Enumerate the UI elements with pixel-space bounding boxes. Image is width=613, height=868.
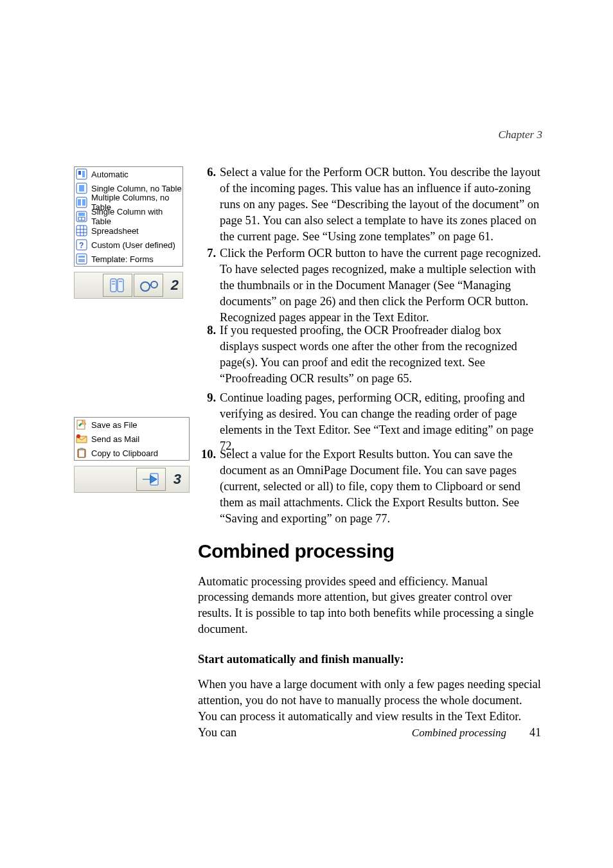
- step-number: 2: [171, 277, 179, 294]
- export-toolbar: 3: [74, 466, 190, 493]
- svg-point-28: [151, 281, 157, 288]
- step-number: 7.: [198, 245, 220, 326]
- step-number: 3: [173, 471, 181, 488]
- svg-rect-1: [78, 171, 81, 175]
- spreadsheet-icon: [76, 225, 87, 236]
- page: Chapter 3 Automatic Single Column, no Ta…: [0, 0, 613, 868]
- automatic-icon: [76, 168, 87, 180]
- step-8: 8. If you requested proofing, the OCR Pr…: [198, 323, 541, 387]
- step-10: 10. Select a value for the Export Result…: [198, 447, 541, 527]
- menu-label: Single Column, no Table: [91, 184, 182, 193]
- menu-item-single-col-table[interactable]: Single Column with Table: [75, 209, 182, 224]
- section-subheading: Start automatically and finish manually:: [198, 651, 541, 668]
- menu-item-custom[interactable]: ? Custom (User defined): [75, 238, 182, 252]
- menu-label: Automatic: [91, 170, 129, 179]
- menu-item-copy-clipboard[interactable]: Copy to Clipboard: [75, 446, 189, 460]
- step-9: 9. Continue loading pages, performing OC…: [198, 390, 541, 454]
- export-menu: Save as File Send as Mail Copy to Clipbo…: [74, 417, 190, 461]
- layout-button[interactable]: [103, 274, 132, 297]
- send-mail-icon: [76, 433, 87, 445]
- export-menu-figure: Save as File Send as Mail Copy to Clipbo…: [74, 417, 190, 493]
- ocr-button[interactable]: [134, 274, 163, 297]
- svg-rect-4: [79, 185, 84, 191]
- section-heading: Combined processing: [198, 538, 541, 565]
- export-button[interactable]: [136, 468, 166, 491]
- step-text: Select a value for the Perform OCR butto…: [220, 164, 541, 245]
- step-7: 7. Click the Perform OCR button to have …: [198, 245, 541, 326]
- save-file-icon: [76, 419, 87, 430]
- svg-rect-2: [82, 171, 85, 177]
- svg-rect-22: [111, 279, 116, 292]
- layout-multi-icon: [109, 277, 126, 294]
- svg-rect-12: [76, 226, 87, 236]
- layout-toolbar: 2: [74, 272, 183, 299]
- export-arrow-icon: [141, 471, 161, 488]
- single-column-table-icon: [76, 211, 87, 222]
- step-text: Click the Perform OCR button to have the…: [220, 245, 541, 326]
- menu-item-send-mail[interactable]: Send as Mail: [75, 432, 189, 446]
- menu-item-automatic[interactable]: Automatic: [75, 167, 182, 181]
- svg-rect-34: [80, 448, 84, 450]
- menu-label: Single Column with Table: [91, 207, 182, 226]
- svg-rect-21: [78, 259, 85, 262]
- template-icon: [76, 253, 87, 265]
- svg-rect-6: [78, 199, 81, 206]
- svg-text:?: ?: [79, 241, 84, 250]
- clipboard-icon: [76, 447, 87, 459]
- menu-label: Send as Mail: [91, 434, 139, 444]
- step-text: If you requested proofing, the OCR Proof…: [220, 323, 541, 387]
- svg-rect-23: [118, 279, 123, 292]
- step-number: 8.: [198, 323, 220, 387]
- single-column-icon: [76, 182, 87, 194]
- menu-label: Spreadsheet: [91, 226, 139, 236]
- menu-item-save-file[interactable]: Save as File: [75, 418, 189, 432]
- chapter-header: Chapter 3: [499, 128, 542, 141]
- menu-label: Custom (User defined): [91, 240, 175, 250]
- step-number: 9.: [198, 390, 220, 454]
- svg-rect-20: [78, 256, 85, 258]
- step-number: 6.: [198, 164, 220, 245]
- layout-menu: Automatic Single Column, no Table Multip…: [74, 166, 183, 267]
- svg-rect-0: [76, 169, 87, 179]
- footer-title: Combined processing: [412, 727, 506, 740]
- svg-rect-7: [82, 199, 85, 206]
- menu-label: Template: Forms: [91, 254, 154, 264]
- menu-label: Copy to Clipboard: [91, 448, 158, 458]
- glasses-icon: [139, 277, 158, 294]
- svg-rect-9: [78, 213, 85, 216]
- menu-label: Save as File: [91, 420, 138, 430]
- menu-item-template[interactable]: Template: Forms: [75, 252, 182, 266]
- svg-rect-33: [79, 450, 84, 457]
- svg-point-31: [76, 434, 80, 438]
- footer-page-number: 41: [529, 726, 541, 740]
- page-footer: Combined processing 41: [412, 726, 541, 740]
- custom-icon: ?: [76, 239, 87, 251]
- step-text: Select a value for the Export Results bu…: [220, 447, 541, 527]
- step-text: Continue loading pages, performing OCR, …: [220, 390, 541, 454]
- layout-menu-figure: Automatic Single Column, no Table Multip…: [74, 166, 183, 299]
- step-number: 10.: [198, 447, 220, 527]
- step-6: 6. Select a value for the Perform OCR bu…: [198, 164, 541, 245]
- section-para-1: Automatic processing provides speed and …: [198, 574, 541, 638]
- multi-column-icon: [76, 197, 87, 208]
- svg-point-27: [141, 282, 150, 291]
